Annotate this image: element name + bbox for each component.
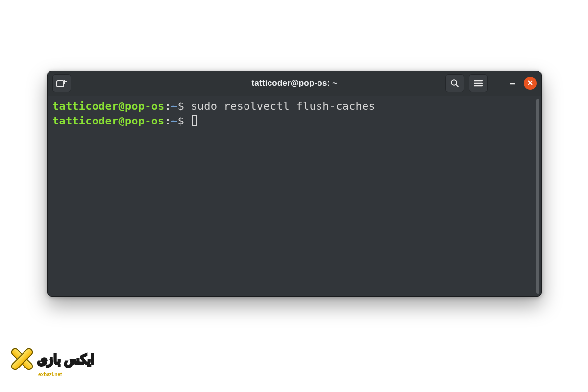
prompt-separator: : [165, 115, 171, 127]
scrollbar[interactable] [536, 99, 539, 294]
new-tab-button[interactable] [52, 74, 71, 92]
titlebar: tatticoder@pop-os: ~ [48, 71, 541, 96]
close-icon [527, 79, 534, 88]
terminal-body[interactable]: tatticoder@pop-os:~$ sudo resolvectl flu… [48, 96, 541, 296]
command-text: sudo resolvectl flush-caches [191, 100, 375, 112]
terminal-line: tatticoder@pop-os:~$ sudo resolvectl flu… [52, 100, 375, 112]
hamburger-menu-icon [474, 80, 483, 87]
cursor [192, 115, 197, 126]
prompt-user-host: tatticoder@pop-os [52, 115, 165, 127]
terminal-window: tatticoder@pop-os: ~ [47, 71, 542, 297]
prompt-symbol: $ [177, 100, 184, 112]
prompt-path: ~ [171, 100, 177, 112]
new-tab-icon [56, 79, 67, 88]
search-button[interactable] [445, 74, 464, 92]
terminal-line: tatticoder@pop-os:~$ [52, 115, 197, 127]
svg-line-4 [456, 85, 459, 87]
minimize-icon [509, 78, 516, 88]
minimize-button[interactable] [506, 77, 519, 90]
prompt-path: ~ [171, 115, 177, 127]
close-button[interactable] [524, 77, 537, 90]
watermark-subtext: exbazi.net [38, 372, 62, 377]
search-icon [450, 79, 459, 88]
prompt-user-host: tatticoder@pop-os [52, 100, 165, 112]
watermark-logo-icon [9, 346, 35, 372]
terminal-output: tatticoder@pop-os:~$ sudo resolvectl flu… [48, 96, 541, 133]
prompt-symbol: $ [177, 115, 184, 127]
svg-rect-0 [57, 81, 64, 87]
watermark: ایکس بازی exbazi.net [9, 346, 94, 372]
watermark-text: ایکس بازی [37, 352, 94, 367]
prompt-separator: : [165, 100, 171, 112]
menu-button[interactable] [469, 74, 488, 92]
